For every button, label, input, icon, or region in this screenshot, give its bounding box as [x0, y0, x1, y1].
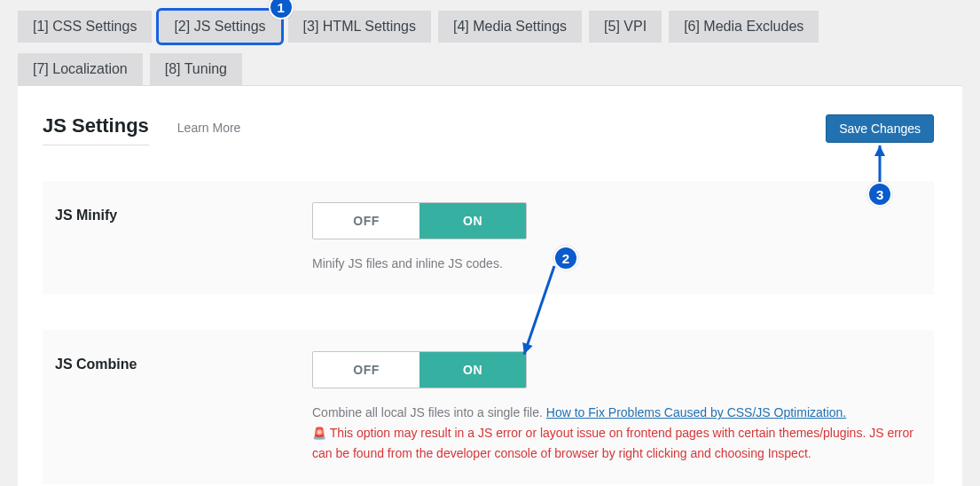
- tab-tuning[interactable]: [8] Tuning: [150, 53, 242, 85]
- tab-media-settings[interactable]: [4] Media Settings: [438, 11, 582, 43]
- toggle-js-minify-off[interactable]: OFF: [313, 203, 419, 239]
- tab-vpi[interactable]: [5] VPI: [589, 11, 662, 43]
- warning-text: This option may result in a JS error or …: [312, 426, 913, 460]
- setting-js-minify: JS Minify OFF ON Minify JS files and inl…: [43, 181, 934, 294]
- desc-js-combine: Combine all local JS files into a single…: [312, 403, 918, 463]
- setting-js-combine: JS Combine OFF ON Combine all local JS f…: [43, 330, 934, 484]
- toggle-js-combine-off[interactable]: OFF: [313, 352, 419, 388]
- setting-label-js-minify: JS Minify: [55, 202, 312, 223]
- annotation-badge-2: 2: [553, 246, 578, 270]
- warning-icon: 🚨: [312, 427, 326, 440]
- tab-html-settings[interactable]: [3] HTML Settings: [288, 11, 431, 43]
- toggle-js-minify-on[interactable]: ON: [419, 203, 526, 239]
- save-changes-button[interactable]: Save Changes: [826, 114, 934, 143]
- tab-row-1: [1] CSS Settings [2] JS Settings [3] HTM…: [18, 11, 962, 43]
- desc-js-combine-text: Combine all local JS files into a single…: [312, 405, 546, 419]
- setting-label-js-combine: JS Combine: [55, 351, 312, 372]
- page-title: JS Settings: [43, 114, 149, 145]
- tab-css-settings[interactable]: [1] CSS Settings: [18, 11, 152, 43]
- learn-more-link[interactable]: Learn More: [177, 121, 241, 135]
- toggle-js-combine-on[interactable]: ON: [419, 352, 526, 388]
- toggle-js-minify[interactable]: OFF ON: [312, 202, 527, 239]
- tab-row-2: [7] Localization [8] Tuning: [18, 53, 962, 85]
- tab-media-excludes[interactable]: [6] Media Excludes: [669, 11, 819, 43]
- annotation-badge-3: 3: [867, 182, 892, 207]
- toggle-js-combine[interactable]: OFF ON: [312, 351, 527, 388]
- desc-js-minify: Minify JS files and inline JS codes.: [312, 254, 918, 273]
- desc-js-combine-help-link[interactable]: How to Fix Problems Caused by CSS/JS Opt…: [546, 405, 846, 419]
- tab-js-settings[interactable]: [2] JS Settings: [159, 11, 280, 43]
- tab-localization[interactable]: [7] Localization: [18, 53, 143, 85]
